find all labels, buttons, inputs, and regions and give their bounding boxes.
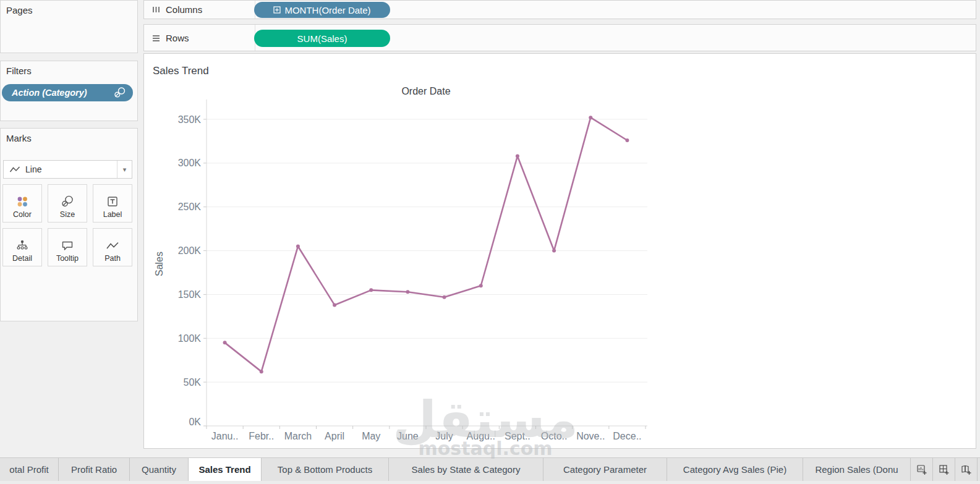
- path-line-icon: [106, 240, 119, 252]
- tooltip-bubble-icon: [61, 239, 74, 252]
- marks-card: Marks Line ▾ Color: [0, 128, 138, 321]
- rows-pill-sum-sales[interactable]: SUM(Sales): [254, 30, 390, 47]
- columns-icon: [152, 6, 160, 14]
- svg-text:May: May: [362, 431, 380, 441]
- rows-shelf-text: Rows: [166, 33, 189, 43]
- tab-sales-by-state-category[interactable]: Sales by State & Category: [389, 458, 543, 481]
- filter-pill-label: Action (Category): [12, 88, 87, 98]
- pages-title: Pages: [1, 1, 137, 15]
- sheet-tab-strip: otal Profit Profit Ratio Quantity Sales …: [0, 457, 980, 482]
- size-button[interactable]: Size: [48, 184, 87, 223]
- action-filter-icon: [114, 87, 126, 98]
- path-button[interactable]: Path: [93, 228, 132, 266]
- new-worksheet-icon: [916, 464, 927, 475]
- tooltip-button[interactable]: Tooltip: [48, 228, 87, 266]
- rows-shelf-label: Rows: [144, 25, 255, 51]
- svg-text:200K: 200K: [178, 245, 202, 256]
- svg-text:Nove..: Nove..: [576, 431, 605, 441]
- svg-text:150K: 150K: [178, 289, 202, 300]
- detail-button[interactable]: Detail: [2, 228, 42, 266]
- label-button[interactable]: Label: [93, 184, 132, 223]
- tab-region-sales-donut[interactable]: Region Sales (Donu: [803, 458, 911, 481]
- tab-quantity[interactable]: Quantity: [130, 458, 189, 481]
- tab-category-parameter[interactable]: Category Parameter: [543, 458, 667, 481]
- color-dots-icon: [16, 195, 28, 208]
- svg-text:Dece..: Dece..: [613, 431, 641, 441]
- tab-top-bottom-products[interactable]: Top & Bottom Products: [262, 458, 389, 481]
- expand-plus-icon[interactable]: [273, 6, 281, 14]
- chevron-down-icon[interactable]: ▾: [117, 161, 132, 178]
- label-text-icon: [106, 195, 119, 208]
- new-worksheet-button[interactable]: [911, 458, 933, 481]
- size-circles-icon: [61, 195, 74, 208]
- svg-text:Febr..: Febr..: [249, 431, 274, 441]
- svg-text:July: July: [435, 431, 453, 441]
- tab-profit-ratio[interactable]: Profit Ratio: [59, 458, 130, 481]
- size-button-label: Size: [60, 210, 75, 219]
- pages-shelf[interactable]: Pages: [0, 0, 138, 53]
- new-dashboard-button[interactable]: [933, 458, 955, 481]
- filter-pill-action-category[interactable]: Action (Category): [2, 84, 133, 101]
- new-story-button[interactable]: [955, 458, 978, 481]
- rows-icon: [152, 34, 160, 42]
- worksheet-view: Sales Trend Order Date Sales 0K50K100K15…: [143, 53, 976, 449]
- tab-total-profit[interactable]: otal Profit: [0, 458, 59, 481]
- filters-title: Filters: [1, 61, 137, 76]
- svg-text:250K: 250K: [178, 202, 202, 212]
- detail-tree-icon: [16, 239, 28, 252]
- svg-text:Augu..: Augu..: [467, 431, 495, 441]
- columns-shelf[interactable]: Columns MONTH(Order Date): [143, 0, 976, 19]
- svg-text:50K: 50K: [184, 377, 202, 388]
- tooltip-button-label: Tooltip: [56, 254, 79, 263]
- rows-pill-label: SUM(Sales): [297, 33, 347, 44]
- svg-text:April: April: [325, 431, 344, 441]
- columns-shelf-text: Columns: [166, 4, 202, 15]
- new-story-icon: [961, 464, 972, 475]
- columns-pill-month-order-date[interactable]: MONTH(Order Date): [254, 2, 390, 18]
- svg-text:Janu..: Janu..: [211, 431, 239, 441]
- columns-pill-label: MONTH(Order Date): [284, 5, 370, 15]
- svg-text:Sept..: Sept..: [505, 431, 530, 441]
- label-button-label: Label: [103, 210, 122, 219]
- filters-shelf[interactable]: Filters Action (Category): [0, 61, 138, 121]
- tab-category-avg-sales-pie[interactable]: Category Avg Sales (Pie): [667, 458, 803, 481]
- svg-text:350K: 350K: [178, 114, 202, 125]
- svg-text:300K: 300K: [178, 158, 202, 168]
- svg-text:0K: 0K: [189, 417, 201, 427]
- line-mark-icon: [9, 165, 20, 174]
- mark-type-dropdown[interactable]: Line ▾: [3, 160, 132, 179]
- sales-trend-plot[interactable]: 0K50K100K150K200K250K300K350KJanu..Febr.…: [144, 54, 976, 448]
- columns-shelf-label: Columns: [144, 1, 255, 19]
- tab-sales-trend[interactable]: Sales Trend: [189, 458, 262, 481]
- path-button-label: Path: [104, 254, 121, 263]
- new-dashboard-icon: [939, 464, 950, 475]
- svg-text:Octo..: Octo..: [541, 431, 568, 441]
- marks-title: Marks: [1, 129, 137, 143]
- color-button-label: Color: [13, 210, 32, 219]
- color-button[interactable]: Color: [2, 184, 42, 223]
- status-bar-area: [0, 481, 980, 484]
- rows-shelf[interactable]: Rows SUM(Sales): [143, 24, 976, 51]
- svg-text:March: March: [284, 431, 312, 441]
- mark-type-label: Line: [25, 164, 41, 174]
- detail-button-label: Detail: [12, 254, 32, 263]
- svg-text:100K: 100K: [178, 333, 202, 344]
- svg-text:June: June: [397, 431, 419, 441]
